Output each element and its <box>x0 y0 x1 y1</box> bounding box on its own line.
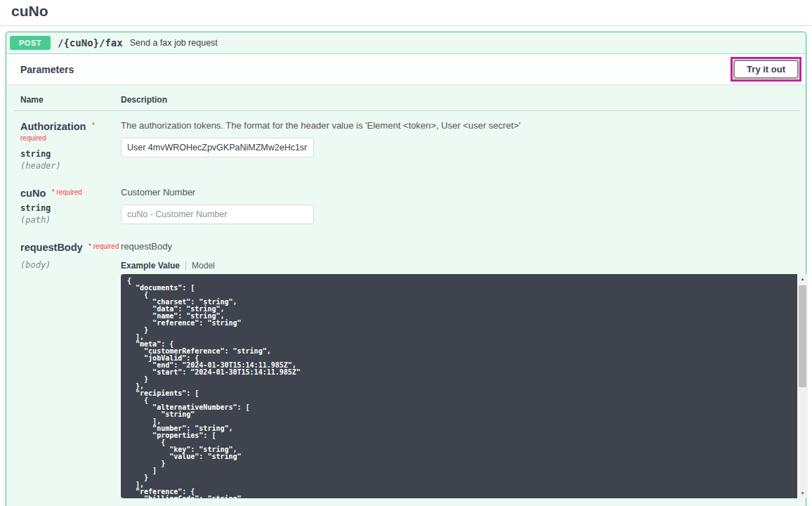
try-it-out-highlight: Try it out <box>731 57 801 82</box>
parameters-table: Name Description Authorization * require… <box>6 84 806 506</box>
cuno-input[interactable] <box>121 205 314 224</box>
http-method-badge: POST <box>10 36 51 50</box>
param-row-cuno: cuNo * required string (path) Customer N… <box>14 178 800 232</box>
param-description: The authorization tokens. The format for… <box>121 120 800 131</box>
param-name: requestBody <box>20 242 83 253</box>
param-row-requestbody: requestBody * required (body) requestBod… <box>14 232 800 506</box>
operation-description: Send a fax job request <box>130 38 218 48</box>
param-row-authorization: Authorization * required string (header)… <box>14 111 800 178</box>
page-header: cuNo <box>0 0 812 26</box>
param-name: cuNo <box>20 188 46 199</box>
cuno-name-cell: cuNo * required string (path) <box>20 187 121 225</box>
requestbody-description-cell: requestBody Example Value Model { "docum… <box>121 241 808 506</box>
post-fax-opblock: POST /{cuNo}/fax Send a fax job request … <box>6 32 806 506</box>
param-type: string <box>20 203 121 213</box>
requestbody-name-cell: requestBody * required (body) <box>20 241 121 506</box>
operation-summary-bar[interactable]: POST /{cuNo}/fax Send a fax job request <box>6 32 806 54</box>
param-description: Customer Number <box>121 187 800 197</box>
authorization-input[interactable] <box>121 138 314 157</box>
description-column-header: Description <box>121 95 800 105</box>
tab-example-value[interactable]: Example Value <box>121 261 180 271</box>
parameters-section-header: Parameters Try it out <box>6 54 806 84</box>
parameters-title: Parameters <box>20 64 74 75</box>
page-title: cuNo <box>11 3 801 20</box>
example-json-block: { "documents": [ { "charset": "string", … <box>121 274 808 498</box>
authorization-name-cell: Authorization * required string (header) <box>20 120 121 171</box>
required-badge: * required <box>52 188 82 196</box>
param-location: (path) <box>20 215 121 225</box>
scroll-down-icon[interactable]: ▼ <box>797 488 808 498</box>
tab-model[interactable]: Model <box>192 261 215 271</box>
operation-path: /{cuNo}/fax <box>58 37 123 48</box>
param-name: Authorization <box>20 121 86 132</box>
try-it-out-button[interactable]: Try it out <box>733 60 799 79</box>
param-location: (header) <box>20 161 121 171</box>
tab-divider <box>185 261 186 270</box>
parameters-table-header: Name Description <box>14 95 800 111</box>
model-example-tabs: Example Value Model <box>121 261 808 271</box>
cuno-description-cell: Customer Number <box>121 187 800 225</box>
authorization-description-cell: The authorization tokens. The format for… <box>121 120 800 171</box>
param-type: string <box>20 149 121 159</box>
example-json-code: { "documents": [ { "charset": "string", … <box>121 274 797 498</box>
scroll-up-icon[interactable]: ▲ <box>797 274 808 284</box>
scrollbar-track[interactable] <box>797 284 808 488</box>
required-badge: * required <box>89 242 119 250</box>
code-scrollbar[interactable]: ▲ ▼ <box>797 274 808 498</box>
param-location: (body) <box>20 260 121 270</box>
name-column-header: Name <box>20 95 121 105</box>
param-description: requestBody <box>121 241 808 252</box>
scrollbar-thumb[interactable] <box>799 285 806 387</box>
